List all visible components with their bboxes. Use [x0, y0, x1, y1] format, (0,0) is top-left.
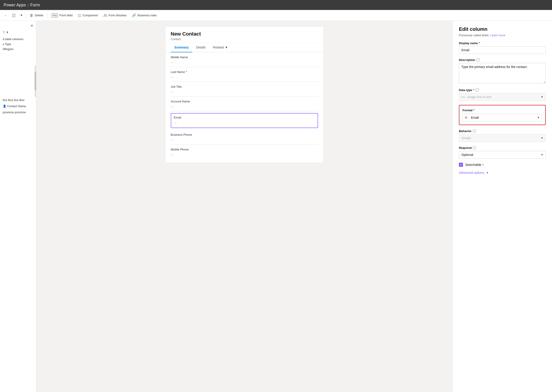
- panel-behavior-field: Behavior i Simple ▼: [459, 129, 546, 142]
- form-field-button[interactable]: Abc Form field: [49, 12, 75, 19]
- copy-button[interactable]: 📋: [9, 12, 18, 19]
- delete-button[interactable]: 🗑 Delete: [28, 12, 46, 19]
- copy-icon: 📋: [12, 13, 16, 17]
- tab-related[interactable]: Related ▼: [209, 43, 232, 52]
- form-subtitle: Contact: [171, 37, 318, 41]
- required-asterisk: *: [186, 70, 187, 74]
- sidebar-filter-section: ▽ ▼: [0, 30, 36, 37]
- field-account-name-value: ---: [171, 104, 318, 109]
- panel-required-label: Required i: [459, 146, 546, 150]
- form-card: New Contact Contact Summary Details Rela…: [165, 26, 324, 163]
- field-last-name-label: Last Name *: [171, 70, 318, 74]
- dropdown-chevron-icon: ▼: [20, 14, 23, 17]
- field-email-value: ---: [174, 120, 315, 125]
- panel-description-field: Description i Type the primary email add…: [459, 58, 546, 84]
- description-textarea[interactable]: Type the primary email address for the c…: [459, 63, 546, 83]
- form-header: New Contact Contact: [165, 27, 324, 43]
- form-field-icon: Abc: [52, 13, 58, 17]
- toolbar-divider-1: [26, 13, 26, 18]
- panel-data-type-field: Data type * i Abc Single line of text ▼: [459, 88, 546, 101]
- required-select-wrapper: Optional ▼: [459, 151, 546, 159]
- component-label: Component: [83, 14, 98, 17]
- panel-subtitle: Previously called fields. Learn more: [459, 34, 546, 37]
- form-libraries-label: Form libraries: [109, 14, 126, 17]
- sidebar-item-office-box[interactable]: fice Box fice Box: [0, 97, 36, 103]
- format-select[interactable]: Email: [462, 114, 542, 121]
- related-chevron-icon: ▼: [225, 46, 228, 49]
- format-select-wrapper: ✉ Email ▼: [462, 114, 542, 121]
- field-mobile-phone-label: Mobile Phone: [171, 148, 318, 151]
- panel-data-type-label: Data type * i: [459, 88, 546, 92]
- advanced-options-row[interactable]: Advanced options ▼: [459, 171, 546, 175]
- required-select[interactable]: Optional: [459, 151, 546, 159]
- panel-behavior-label: Behavior i: [459, 129, 546, 133]
- field-account-name: Account Name ---: [171, 97, 318, 111]
- sidebar-item-contact-name[interactable]: 👤 Contact Name: [0, 103, 36, 109]
- delete-icon: 🗑: [30, 13, 33, 17]
- tab-summary[interactable]: Summary: [171, 43, 193, 52]
- field-business-phone: Business Phone ---: [171, 130, 318, 145]
- display-name-input[interactable]: [459, 46, 546, 54]
- advanced-options-chevron-icon: ▼: [486, 171, 489, 175]
- toolbar-divider-2: [47, 13, 48, 18]
- searchable-checkbox[interactable]: ✓: [459, 163, 463, 167]
- advanced-options-label: Advanced options: [459, 171, 484, 175]
- field-last-name-value: ---: [171, 75, 318, 80]
- field-last-name: Last Name * ---: [171, 67, 318, 82]
- field-divider: [171, 111, 318, 111]
- sidebar-section-columns: d table columns: [0, 37, 36, 42]
- data-type-required: *: [473, 88, 474, 92]
- checkbox-check-icon: ✓: [460, 163, 462, 166]
- form-libraries-button[interactable]: JS Form libraries: [101, 12, 129, 19]
- field-business-phone-value: ---: [171, 137, 318, 142]
- field-mobile-phone: Mobile Phone ---: [171, 145, 318, 157]
- scrollbar-track: [35, 65, 36, 97]
- field-job-title-value: ---: [171, 89, 318, 94]
- form-tabs: Summary Details Related ▼: [165, 43, 324, 52]
- field-email-label: Email: [174, 116, 315, 119]
- panel-title: Edit column: [459, 26, 546, 32]
- main-layout: ✕ ▽ ▼ d table columns s Type //Region fi…: [0, 21, 552, 392]
- searchable-info-icon: i: [483, 163, 483, 167]
- close-icon: ✕: [30, 24, 33, 28]
- learn-more-link[interactable]: Learn more: [490, 34, 505, 37]
- delete-label: Delete: [35, 14, 43, 17]
- data-type-info-icon: i: [475, 88, 479, 92]
- back-button[interactable]: ‹: [3, 12, 8, 19]
- searchable-row: ✓ Searchable i: [459, 163, 546, 167]
- sidebar-close-section: ✕: [0, 24, 36, 30]
- required-info-icon: i: [472, 146, 476, 150]
- field-mobile-phone-value: ---: [171, 152, 318, 157]
- component-button[interactable]: ◫ Component: [76, 12, 100, 19]
- toolbar-dropdown-button[interactable]: ▼: [19, 12, 24, 18]
- tab-details[interactable]: Details: [192, 43, 209, 52]
- sidebar-filter-button[interactable]: ▽ ▼: [3, 31, 9, 34]
- sidebar-item-province[interactable]: province province: [0, 109, 36, 115]
- component-icon: ◫: [78, 13, 81, 17]
- behavior-select[interactable]: Simple: [459, 134, 546, 142]
- field-business-phone-label: Business Phone: [171, 133, 318, 136]
- description-info-icon: i: [476, 58, 480, 62]
- format-label: Format *: [462, 109, 542, 112]
- toolbar: ‹ 📋 ▼ 🗑 Delete Abc Form field ◫ Componen…: [0, 10, 552, 21]
- field-account-name-label: Account Name: [171, 100, 318, 103]
- form-title: New Contact: [171, 31, 318, 37]
- business-rules-button[interactable]: 🔗 Business rules: [130, 12, 159, 19]
- behavior-info-icon: i: [472, 129, 476, 133]
- filter-icon: ▽: [3, 31, 5, 34]
- sidebar-close-button[interactable]: ✕: [30, 24, 33, 28]
- sidebar-section-region: //Region: [0, 47, 36, 52]
- topbar-separator: |: [28, 3, 28, 7]
- field-job-title-label: Job Title: [171, 85, 318, 88]
- sidebar-section-type: s Type: [0, 42, 36, 47]
- data-type-select[interactable]: Single line of text: [459, 93, 546, 101]
- business-rules-label: Business rules: [138, 14, 157, 17]
- topbar: Power Apps | Form: [0, 0, 552, 10]
- field-email-selected[interactable]: Email ---: [171, 113, 318, 128]
- data-type-select-wrapper: Abc Single line of text ▼: [459, 93, 546, 101]
- filter-dropdown-icon: ▼: [6, 31, 9, 34]
- back-icon: ‹: [5, 13, 6, 17]
- sidebar-item-label: fice Box: [3, 98, 13, 102]
- scrollbar-thumb[interactable]: [35, 72, 36, 90]
- app-title: Power Apps: [4, 3, 26, 7]
